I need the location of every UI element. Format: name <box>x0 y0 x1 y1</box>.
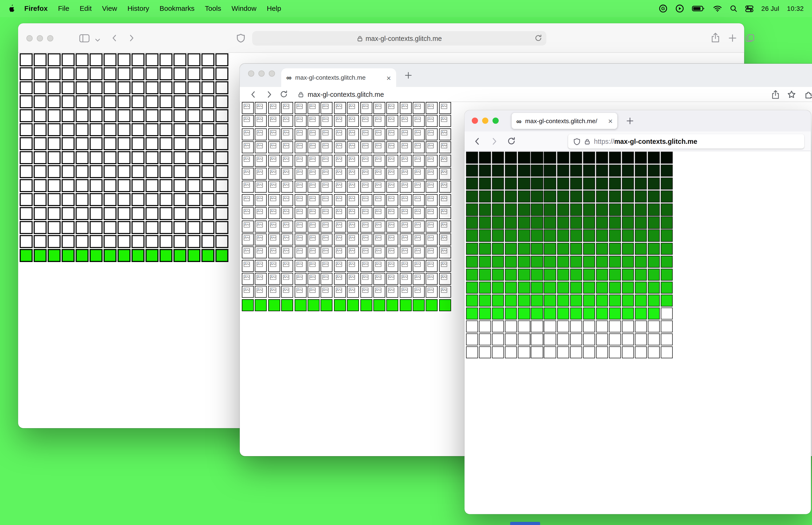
broken-image-icon <box>257 169 263 175</box>
broken-image-icon <box>243 235 250 241</box>
broken-image-icon <box>270 104 277 109</box>
reload-icon[interactable] <box>535 34 542 42</box>
control-center-icon[interactable] <box>745 4 753 13</box>
share-icon[interactable] <box>710 32 720 43</box>
minimize-window-button[interactable] <box>482 118 488 124</box>
menu-help[interactable]: Help <box>261 5 286 13</box>
tab-max-gl-contexts[interactable]: ∞ max-gl-contexts.glitch.me/ × <box>512 113 617 129</box>
new-tab-icon[interactable] <box>728 34 737 42</box>
reload-icon[interactable] <box>280 90 288 98</box>
gl-canvas-cell <box>294 286 306 298</box>
sidebar-toggle-icon[interactable] <box>79 34 90 43</box>
back-icon[interactable] <box>110 34 119 42</box>
zoom-window-button[interactable] <box>269 71 275 77</box>
gl-canvas-cell <box>360 115 372 127</box>
menu-firefox[interactable]: Firefox <box>19 5 53 13</box>
gl-canvas-cell <box>386 194 398 206</box>
tab-overview-icon[interactable] <box>745 34 755 42</box>
window-controls[interactable] <box>26 35 53 41</box>
wifi-icon[interactable] <box>713 5 722 12</box>
reload-icon[interactable] <box>507 137 516 146</box>
gl-canvas-cell <box>173 249 186 262</box>
gl-canvas-cell <box>173 207 186 220</box>
forward-icon[interactable] <box>127 34 136 42</box>
gl-canvas-cell <box>321 220 333 232</box>
extensions-puzzle-icon[interactable] <box>804 90 812 99</box>
minimize-window-button[interactable] <box>37 35 43 41</box>
gl-canvas-cell <box>90 67 103 80</box>
gl-canvas-cell <box>145 53 158 66</box>
lock-icon[interactable] <box>584 138 590 145</box>
broken-image-icon <box>257 117 263 122</box>
forward-icon[interactable] <box>489 137 499 146</box>
address-bar[interactable]: max-gl-contexts.glitch.me <box>252 31 546 46</box>
menu-tools[interactable]: Tools <box>200 5 227 13</box>
gl-canvas-cell <box>544 346 556 358</box>
gl-canvas-cell <box>505 295 517 306</box>
grammarly-g-icon[interactable]: G <box>659 4 668 13</box>
gl-canvas-cell <box>215 81 228 94</box>
chevron-down-icon[interactable] <box>94 37 101 44</box>
close-tab-icon[interactable]: × <box>386 74 391 81</box>
zoom-window-button[interactable] <box>492 118 499 124</box>
broken-image-icon <box>427 169 434 175</box>
minimize-window-button[interactable] <box>258 71 264 77</box>
gl-canvas-cell <box>373 115 385 127</box>
menu-history[interactable]: History <box>122 5 154 13</box>
menu-view[interactable]: View <box>97 5 122 13</box>
address-bar[interactable]: max-gl-contexts.glitch.me <box>298 87 384 102</box>
gl-canvas-cell <box>173 123 186 136</box>
menu-edit[interactable]: Edit <box>75 5 97 13</box>
menu-window[interactable]: Window <box>227 5 262 13</box>
close-window-button[interactable] <box>26 35 32 41</box>
forward-icon[interactable] <box>264 90 273 99</box>
menu-bar-clock[interactable]: 10:32 <box>787 5 804 12</box>
gl-canvas-cell <box>648 333 660 345</box>
gl-canvas-cell <box>20 81 33 94</box>
gl-canvas-cell <box>347 102 359 114</box>
gl-canvas-cell <box>104 67 117 80</box>
gl-canvas-cell <box>20 151 33 164</box>
gl-canvas-cell <box>622 346 634 358</box>
back-icon[interactable] <box>249 90 258 99</box>
gl-canvas-cell <box>622 191 634 202</box>
close-window-button[interactable] <box>472 118 478 124</box>
broken-image-icon <box>322 222 329 227</box>
address-bar[interactable]: https://max-gl-contexts.glitch.me <box>568 134 804 149</box>
window-controls[interactable] <box>472 118 499 124</box>
gl-canvas-cell <box>187 235 200 248</box>
spotlight-search-icon[interactable] <box>730 5 737 13</box>
tab-max-gl-contexts[interactable]: ∞ max-gl-contexts.glitch.me × <box>281 69 396 87</box>
broken-image-icon <box>296 288 303 293</box>
gl-canvas-cell <box>518 282 530 294</box>
bookmark-star-icon[interactable] <box>787 90 796 99</box>
broken-image-icon <box>414 196 421 201</box>
gl-canvas-cell <box>426 181 438 193</box>
tracking-shield-icon[interactable] <box>573 137 581 145</box>
menu-bar-date[interactable]: 26 Jul <box>761 5 779 12</box>
new-tab-icon[interactable] <box>404 72 412 79</box>
gl-canvas-cell <box>268 260 280 272</box>
close-window-button[interactable] <box>248 71 254 77</box>
gl-canvas-cell <box>48 249 61 262</box>
broken-image-icon <box>270 143 277 149</box>
gl-canvas-cell <box>281 299 293 311</box>
apple-menu-icon[interactable] <box>7 4 15 13</box>
broken-image-icon <box>375 156 382 162</box>
gl-canvas-cell <box>360 260 372 272</box>
new-tab-icon[interactable] <box>626 117 634 125</box>
battery-icon[interactable] <box>692 5 705 12</box>
share-icon[interactable] <box>771 90 780 100</box>
window-controls[interactable] <box>248 71 275 77</box>
menu-file[interactable]: File <box>53 5 75 13</box>
play-circle-icon[interactable] <box>675 4 684 13</box>
zoom-window-button[interactable] <box>47 35 53 41</box>
broken-image-icon <box>414 130 421 136</box>
back-icon[interactable] <box>473 137 482 146</box>
broken-image-icon <box>388 235 395 241</box>
menu-bookmarks[interactable]: Bookmarks <box>154 5 200 13</box>
gl-canvas-cell <box>439 168 451 180</box>
broken-image-icon <box>322 169 329 175</box>
privacy-shield-icon[interactable] <box>236 33 246 43</box>
close-tab-icon[interactable]: × <box>608 117 613 125</box>
